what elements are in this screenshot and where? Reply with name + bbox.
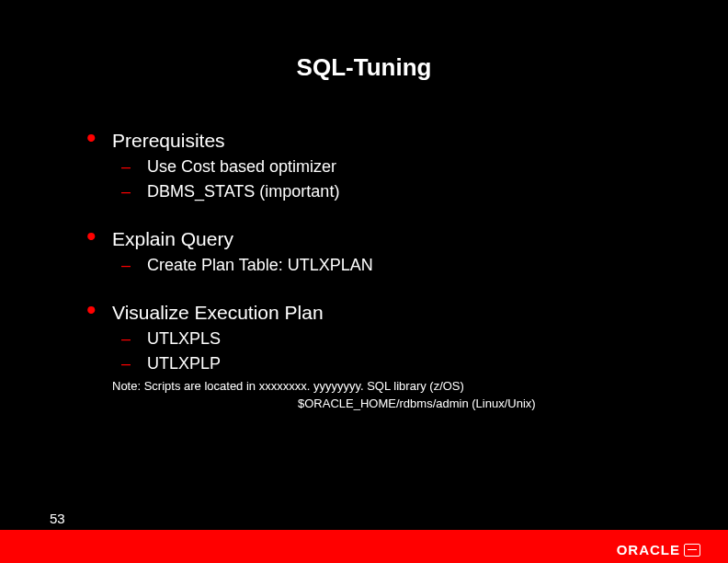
bullet-dot-icon: • bbox=[86, 129, 112, 147]
bullet-visualize-plan: • Visualize Execution Plan bbox=[86, 301, 673, 324]
subbullet-plan-table: – Create Plan Table: UTLXPLAN bbox=[121, 256, 673, 275]
database-icon bbox=[684, 544, 700, 557]
dash-icon: – bbox=[121, 157, 147, 177]
subbullet-text: Use Cost based optimizer bbox=[147, 157, 336, 177]
dash-icon: – bbox=[121, 256, 147, 275]
subbullet-utlxplp: – UTLXPLP bbox=[121, 354, 673, 373]
slide-content: • Prerequisites – Use Cost based optimiz… bbox=[86, 129, 673, 410]
footer-bar: ORACLE bbox=[0, 530, 728, 563]
dash-icon: – bbox=[121, 354, 147, 373]
subbullet-text: UTLXPLS bbox=[147, 329, 221, 349]
subbullet-utlxpls: – UTLXPLS bbox=[121, 329, 673, 349]
note-scripts-location: Note: Scripts are located in xxxxxxxx. y… bbox=[112, 379, 673, 393]
oracle-logo: ORACLE bbox=[617, 542, 700, 557]
bullet-dot-icon: • bbox=[86, 227, 112, 246]
bullet-dot-icon: • bbox=[86, 301, 112, 319]
subbullet-text: UTLXPLP bbox=[147, 354, 221, 373]
subbullet-text: Create Plan Table: UTLXPLAN bbox=[147, 256, 373, 275]
slide: SQL-Tuning • Prerequisites – Use Cost ba… bbox=[0, 0, 728, 563]
subbullet-cost-optimizer: – Use Cost based optimizer bbox=[121, 157, 673, 177]
dash-icon: – bbox=[121, 182, 147, 201]
slide-title: SQL-Tuning bbox=[0, 0, 728, 82]
bullet-text: Prerequisites bbox=[112, 130, 225, 152]
note-oracle-home: $ORACLE_HOME/rdbms/admin (Linux/Unix) bbox=[298, 396, 673, 410]
subbullet-text: DBMS_STATS (important) bbox=[147, 182, 339, 201]
bullet-prerequisites: • Prerequisites bbox=[86, 129, 673, 152]
subbullet-dbms-stats: – DBMS_STATS (important) bbox=[121, 182, 673, 201]
logo-text: ORACLE bbox=[617, 542, 680, 557]
bullet-explain-query: • Explain Query bbox=[86, 227, 673, 250]
bullet-text: Explain Query bbox=[112, 228, 233, 250]
page-number: 53 bbox=[50, 511, 65, 526]
bullet-text: Visualize Execution Plan bbox=[112, 302, 324, 324]
dash-icon: – bbox=[121, 329, 147, 349]
